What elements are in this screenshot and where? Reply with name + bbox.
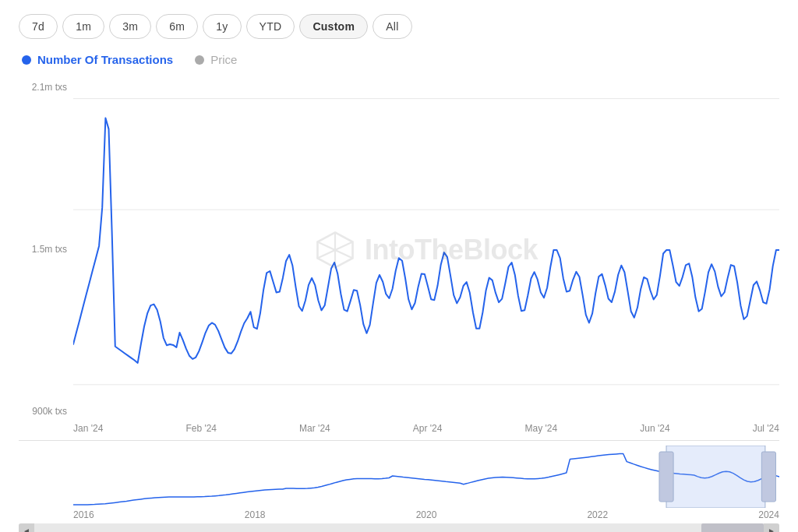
legend-label-transactions: Number Of Transactions [37, 53, 173, 66]
mini-y-axis [19, 446, 73, 508]
legend-dot-transactions [22, 55, 31, 65]
x-label-may: May '24 [525, 423, 558, 434]
time-filter-bar: 7d1m3m6m1yYTDCustomAll [19, 14, 779, 39]
mini-chart-svg-wrapper [73, 446, 779, 508]
x-label-mar: Mar '24 [299, 423, 330, 434]
main-chart-container: 2.1m txs 1.5m txs 900k txs IntoTh [19, 82, 779, 440]
x-label-jun: Jun '24 [640, 423, 669, 434]
app-container: 7d1m3m6m1yYTDCustomAll Number Of Transac… [0, 0, 798, 532]
time-filter-btn-custom[interactable]: Custom [299, 14, 368, 39]
mini-chart-section: 2016 2018 2020 2022 2024 ◄ ► [19, 440, 779, 526]
mini-x-label-2020: 2020 [416, 509, 437, 520]
chart-and-xaxis: IntoTheBlock Jan '24 Feb '24 M [73, 82, 779, 440]
legend-dot-price [195, 55, 204, 65]
svg-rect-8 [659, 452, 673, 502]
time-filter-btn-1y[interactable]: 1y [203, 14, 241, 39]
x-axis: Jan '24 Feb '24 Mar '24 Apr '24 May '24 … [73, 418, 779, 440]
main-chart-svg [73, 82, 779, 418]
legend-item-price: Price [195, 53, 237, 66]
scroll-left-button[interactable]: ◄ [19, 523, 34, 532]
time-filter-btn-ytd[interactable]: YTD [246, 14, 295, 39]
main-chart-wrapper: 2.1m txs 1.5m txs 900k txs IntoTh [19, 82, 779, 526]
legend-item-transactions: Number Of Transactions [22, 53, 173, 66]
mini-chart-svg [73, 446, 779, 508]
time-filter-btn-7d[interactable]: 7d [19, 14, 58, 39]
time-filter-btn-1m[interactable]: 1m [62, 14, 104, 39]
x-label-jul: Jul '24 [753, 423, 779, 434]
mini-chart-container [19, 446, 779, 508]
y-axis: 2.1m txs 1.5m txs 900k txs [19, 82, 73, 440]
x-label-jan: Jan '24 [73, 423, 103, 434]
legend-label-price: Price [210, 53, 237, 66]
x-label-feb: Feb '24 [185, 423, 217, 434]
scrollbar-thumb[interactable] [701, 523, 764, 532]
mini-x-label-2022: 2022 [587, 509, 608, 520]
mini-x-label-2018: 2018 [245, 509, 266, 520]
scrollbar-area: ◄ ► [19, 523, 779, 532]
chart-legend: Number Of Transactions Price [19, 53, 779, 66]
scrollbar-track[interactable] [34, 523, 764, 532]
y-label-bot: 900k txs [19, 406, 73, 417]
time-filter-btn-3m[interactable]: 3m [109, 14, 151, 39]
scroll-right-button[interactable]: ► [764, 523, 779, 532]
mini-x-label-2016: 2016 [73, 509, 94, 520]
svg-rect-7 [666, 446, 765, 508]
x-label-apr: Apr '24 [413, 423, 443, 434]
mini-x-label-2024: 2024 [758, 509, 779, 520]
time-filter-btn-all[interactable]: All [373, 14, 411, 39]
chart-svg-area: IntoTheBlock [73, 82, 779, 418]
time-filter-btn-6m[interactable]: 6m [156, 14, 198, 39]
y-label-mid: 1.5m txs [19, 244, 73, 255]
y-label-top: 2.1m txs [19, 82, 73, 93]
svg-rect-9 [761, 452, 775, 502]
mini-x-axis: 2016 2018 2020 2022 2024 [19, 509, 779, 520]
